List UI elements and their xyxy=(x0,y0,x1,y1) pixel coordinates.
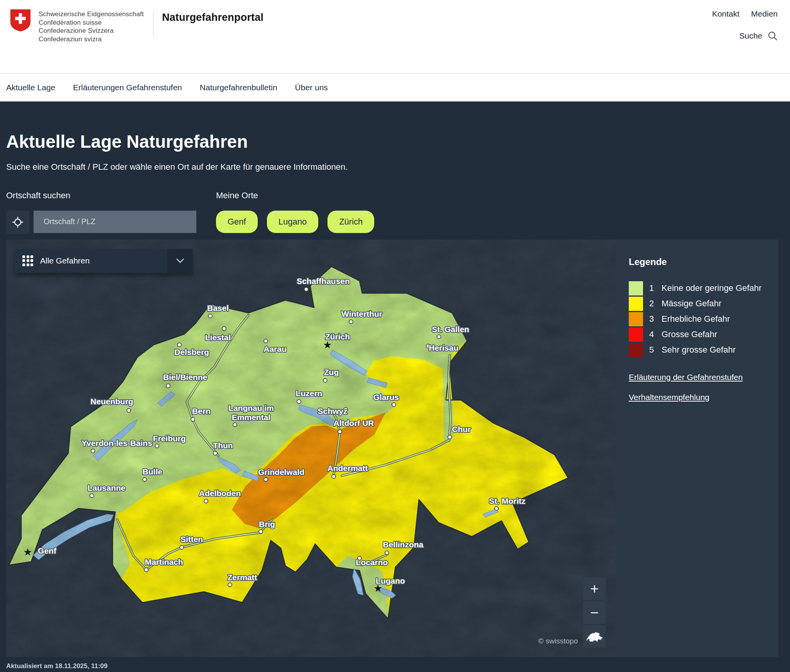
legend-link-erl-uterung-der-gefahrenstufen[interactable]: Erläuterung der Gefahrenstufen xyxy=(629,373,778,382)
search-label: Suche xyxy=(739,31,762,41)
kontakt-link[interactable]: Kontakt xyxy=(712,9,739,19)
city-label: Martinach xyxy=(145,557,183,566)
page-title: Aktuelle Lage Naturgefahren xyxy=(6,101,790,152)
favorite-star-marker[interactable]: ★ xyxy=(23,546,32,558)
city-dot-marker[interactable] xyxy=(332,474,336,478)
city-dot-marker[interactable] xyxy=(495,507,498,510)
search-icon[interactable] xyxy=(768,31,778,41)
city-dot-marker[interactable] xyxy=(213,451,217,455)
city-dot-marker[interactable] xyxy=(91,449,95,453)
city-label: Schaffhausen xyxy=(297,277,350,285)
city-label: Yverdon-les-Bains xyxy=(81,439,152,447)
ortschaft-plz-input[interactable] xyxy=(34,211,196,233)
federal-logo[interactable]: Schweizerische Eidgenossenschaft Confédé… xyxy=(10,9,778,43)
my-place-pill-genf[interactable]: Genf xyxy=(216,211,258,233)
legend-swatch-level-4 xyxy=(629,328,643,342)
legend-title: Legende xyxy=(629,257,778,267)
city-label: Bulle xyxy=(142,467,162,476)
city-label: Thun xyxy=(213,441,233,450)
city-dot-marker[interactable] xyxy=(297,400,301,404)
legend-link-verhaltensempfehlung[interactable]: Verhaltensempfehlung xyxy=(629,393,778,402)
city-locarno[interactable]: Locarno xyxy=(356,556,388,567)
last-updated: Aktualisiert am 18.11.2025, 11:09 xyxy=(6,662,790,670)
city-dot-marker[interactable] xyxy=(144,568,148,572)
city-label: Genf xyxy=(38,546,57,555)
city-dot-marker[interactable] xyxy=(264,339,268,343)
city-label: Andermatt xyxy=(327,464,368,473)
city-label: Chur xyxy=(452,425,471,434)
hazard-layer-select[interactable]: Alle Gefahren xyxy=(15,249,193,273)
city-herisau[interactable]: Herisau xyxy=(426,343,459,352)
city-dot-marker[interactable] xyxy=(437,335,441,339)
recenter-switzerland-button[interactable] xyxy=(583,625,606,648)
my-place-pill-zürich[interactable]: Zürich xyxy=(327,211,374,233)
city-dot-marker[interactable] xyxy=(127,409,131,412)
city-dot-marker[interactable] xyxy=(143,478,147,481)
city-dot-marker[interactable] xyxy=(349,320,353,324)
city-dot-marker[interactable] xyxy=(177,343,181,347)
medien-link[interactable]: Medien xyxy=(751,9,778,19)
zoom-in-button[interactable]: + xyxy=(583,577,606,600)
city-dot-marker[interactable] xyxy=(166,384,170,388)
city-dot-marker[interactable] xyxy=(204,499,208,503)
nav-item--ber-uns[interactable]: Über uns xyxy=(295,83,328,92)
hazard-map[interactable]: SchaffhausenBaselLiestalWinterthurSt. Ga… xyxy=(6,240,616,657)
hazard-layer-value: Alle Gefahren xyxy=(40,256,167,265)
city-dot-marker[interactable] xyxy=(338,430,342,434)
city-dot-marker[interactable] xyxy=(90,494,94,498)
main-navigation: Aktuelle LageErläuterungen Gefahrenstufe… xyxy=(0,73,790,101)
swiss-coat-of-arms-icon xyxy=(10,9,31,32)
site-search[interactable]: Suche xyxy=(712,31,778,41)
city-dot-marker[interactable] xyxy=(448,435,452,439)
city-dot-marker[interactable] xyxy=(191,417,195,421)
locate-me-button[interactable] xyxy=(6,211,29,234)
legend-item-level-5: 5Sehr grosse Gefahr xyxy=(629,343,778,357)
city-label: Basel xyxy=(207,304,229,312)
nav-item-naturgefahrenbulletin[interactable]: Naturgefahrenbulletin xyxy=(200,83,277,92)
city-label: Freiburg xyxy=(153,434,186,443)
portal-title: Naturgefahrenportal xyxy=(162,9,263,24)
nav-item-aktuelle-lage[interactable]: Aktuelle Lage xyxy=(6,83,55,92)
city-label: Lugano xyxy=(376,576,405,585)
city-dot-marker[interactable] xyxy=(323,378,327,382)
layers-grid-icon xyxy=(22,255,33,266)
legend-item-level-1: 1Keine oder geringe Gefahr xyxy=(629,281,778,295)
city-dot-marker[interactable] xyxy=(264,478,268,481)
city-dot-marker[interactable] xyxy=(233,423,237,427)
city-label: Altdorf UR xyxy=(334,419,374,427)
city-dot-marker[interactable] xyxy=(155,444,159,448)
legend-item-level-2: 2Mässige Gefahr xyxy=(629,297,778,311)
city-label: Sitten xyxy=(181,535,203,544)
city-label: Neuenburg xyxy=(91,397,133,406)
legend-swatch-level-2 xyxy=(629,297,643,311)
city-dot-marker[interactable] xyxy=(259,530,263,534)
nav-item-erl-uterungen-gefahrenstufen[interactable]: Erläuterungen Gefahrenstufen xyxy=(73,83,182,92)
city-dot-marker[interactable] xyxy=(222,327,226,331)
city-dot-marker[interactable] xyxy=(385,551,389,555)
legend-panel: Legende 1Keine oder geringe Gefahr2Mässi… xyxy=(616,240,778,657)
legend-item-level-4: 4Grosse Gefahr xyxy=(629,328,778,342)
city-label: Bern xyxy=(192,407,211,415)
chevron-down-icon[interactable] xyxy=(167,249,193,273)
city-label: Glarus xyxy=(373,393,399,402)
city-label: Zermatt xyxy=(227,573,257,582)
zoom-out-button[interactable]: − xyxy=(583,601,606,624)
city-dot-marker[interactable] xyxy=(392,403,396,407)
city-dot-marker[interactable] xyxy=(180,545,184,549)
legend-swatch-level-3 xyxy=(629,312,643,326)
meine-orte-label: Meine Orte xyxy=(216,191,374,201)
my-place-pill-lugano[interactable]: Lugano xyxy=(267,211,318,233)
city-label: Winterthur xyxy=(341,309,382,318)
city-dot-marker[interactable] xyxy=(228,583,232,587)
city-label: Luzern xyxy=(296,389,322,398)
city-label: Lausanne xyxy=(88,483,125,492)
city-label: Locarno xyxy=(356,558,388,567)
city-label: Langnau imEmmental xyxy=(228,404,274,422)
map-attribution[interactable]: © swisstopo xyxy=(538,637,578,645)
city-dot-marker[interactable] xyxy=(304,287,308,291)
city-schwyz[interactable]: Schwyz xyxy=(317,407,348,415)
city-dot-marker[interactable] xyxy=(208,314,212,318)
city-label: Liestal xyxy=(205,333,231,342)
city-label: Biel/Bienne xyxy=(163,373,207,382)
site-header: Schweizerische Eidgenossenschaft Confédé… xyxy=(0,0,790,73)
